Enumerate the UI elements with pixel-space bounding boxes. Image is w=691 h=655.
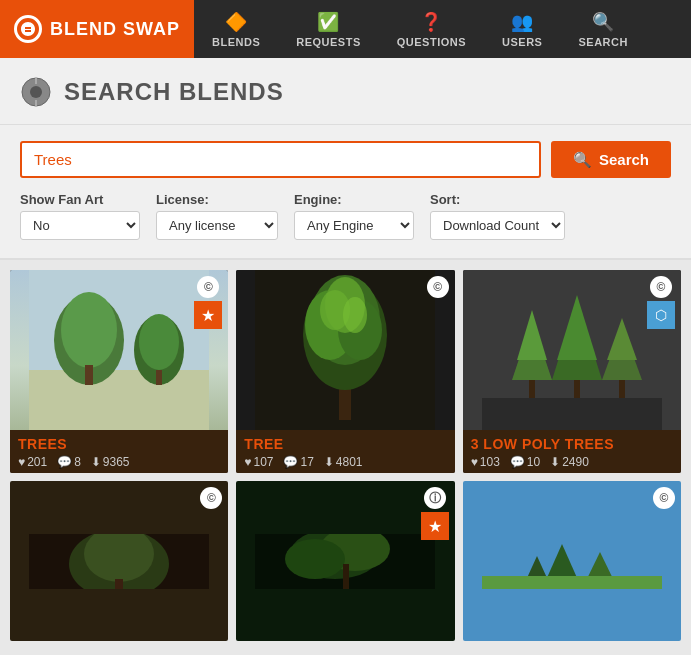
- heart-icon: ♥: [18, 455, 25, 469]
- nav-item-requests[interactable]: ✅ REQUESTS: [278, 0, 379, 58]
- blends-icon: 🔶: [225, 11, 248, 33]
- cc-icon-4: ©: [200, 487, 222, 509]
- svg-point-39: [285, 539, 345, 579]
- nav-label-requests: REQUESTS: [296, 36, 361, 48]
- nav-item-blends[interactable]: 🔶 BLENDS: [194, 0, 278, 58]
- lowpoly-likes: ♥ 103: [471, 455, 500, 469]
- nav-item-users[interactable]: 👥 USERS: [484, 0, 560, 58]
- comment-icon: 💬: [57, 455, 72, 469]
- logo[interactable]: BLEND SWAP: [0, 0, 194, 58]
- svg-rect-30: [619, 380, 625, 400]
- card-lowpoly-title: 3 LOW POLY TREES: [471, 436, 673, 452]
- tree-downloads: ⬇ 4801: [324, 455, 363, 469]
- svg-rect-24: [529, 380, 535, 400]
- filters-row: Show Fan Art No Yes License: Any license…: [20, 192, 671, 240]
- card-trees-footer: TREES ♥ 201 💬 8 ⬇ 9365: [10, 430, 228, 473]
- filter-fan-art: Show Fan Art No Yes: [20, 192, 140, 240]
- download-icon-2: ⬇: [324, 455, 334, 469]
- nav-item-questions[interactable]: ❓ QUESTIONS: [379, 0, 484, 58]
- card-trees-title: TREES: [18, 436, 220, 452]
- card-tree-icons: ©: [427, 276, 449, 298]
- trees-likes: ♥ 201: [18, 455, 47, 469]
- comment-icon-3: 💬: [510, 455, 525, 469]
- card-6[interactable]: ©: [463, 481, 681, 641]
- license-label: License:: [156, 192, 278, 207]
- svg-rect-11: [156, 370, 162, 385]
- top-nav: BLEND SWAP 🔶 BLENDS ✅ REQUESTS ❓ QUESTIO…: [0, 0, 691, 58]
- nav-label-blends: BLENDS: [212, 36, 260, 48]
- card-4[interactable]: ©: [10, 481, 228, 641]
- cc-icon-6: ©: [653, 487, 675, 509]
- engine-select[interactable]: Any Engine Cycles EEVEE: [294, 211, 414, 240]
- card-tree-footer: TREE ♥ 107 💬 17 ⬇ 4801: [236, 430, 454, 473]
- svg-point-20: [343, 297, 367, 333]
- filter-sort: Sort: Download Count Date Title Likes: [430, 192, 565, 240]
- svg-rect-35: [115, 579, 123, 589]
- card-lowpoly-stats: ♥ 103 💬 10 ⬇ 2490: [471, 455, 673, 469]
- card-5-icons: ⓘ ★: [421, 487, 449, 540]
- svg-rect-31: [482, 398, 662, 430]
- card-6-icons: ©: [653, 487, 675, 509]
- comment-icon-2: 💬: [283, 455, 298, 469]
- search-btn-label: Search: [599, 151, 649, 168]
- nav-label-questions: QUESTIONS: [397, 36, 466, 48]
- heart-icon-3: ♥: [471, 455, 478, 469]
- svg-point-7: [61, 292, 117, 368]
- sort-select[interactable]: Download Count Date Title Likes: [430, 211, 565, 240]
- filter-license: License: Any license CC-BY CC-BY-SA Publ…: [156, 192, 278, 240]
- questions-icon: ❓: [420, 11, 443, 33]
- fan-art-select[interactable]: No Yes: [20, 211, 140, 240]
- card-tree-title: TREE: [244, 436, 446, 452]
- svg-point-10: [139, 314, 179, 370]
- nav-item-search[interactable]: 🔍 SEARCH: [560, 0, 645, 58]
- trees-comments: 💬 8: [57, 455, 81, 469]
- lowpoly-comments: 💬 10: [510, 455, 540, 469]
- card-trees-stats: ♥ 201 💬 8 ⬇ 9365: [18, 455, 220, 469]
- svg-point-1: [30, 86, 42, 98]
- search-input[interactable]: [20, 141, 541, 178]
- card-trees[interactable]: © ★ TREES ♥ 201 💬 8 ⬇ 9365: [10, 270, 228, 473]
- card-trees-icons: © ★: [194, 276, 222, 329]
- nav-label-users: USERS: [502, 36, 542, 48]
- cards-grid: © ★ TREES ♥ 201 💬 8 ⬇ 9365: [10, 270, 681, 641]
- card-lowpoly-icons: © ⬡: [647, 276, 675, 329]
- svg-rect-5: [29, 370, 209, 430]
- search-area: 🔍 Search Show Fan Art No Yes License: An…: [0, 125, 691, 260]
- card-lowpoly-footer: 3 LOW POLY TREES ♥ 103 💬 10 ⬇ 2490: [463, 430, 681, 473]
- card-tree[interactable]: © TREE ♥ 107 💬 17 ⬇ 4801: [236, 270, 454, 473]
- lowpoly-downloads: ⬇ 2490: [550, 455, 589, 469]
- card-4-image: [10, 481, 228, 641]
- trees-downloads: ⬇ 9365: [91, 455, 130, 469]
- cc-icon-2: ©: [427, 276, 449, 298]
- requests-icon: ✅: [317, 11, 340, 33]
- star-badge: ★: [194, 301, 222, 329]
- search-nav-icon: 🔍: [592, 11, 615, 33]
- heart-icon-2: ♥: [244, 455, 251, 469]
- page-header: SEARCH BLENDS: [0, 58, 691, 125]
- svg-rect-8: [85, 365, 93, 385]
- nav-items: 🔶 BLENDS ✅ REQUESTS ❓ QUESTIONS 👥 USERS …: [194, 0, 691, 58]
- engine-label: Engine:: [294, 192, 414, 207]
- logo-icon: [14, 15, 42, 43]
- download-icon: ⬇: [91, 455, 101, 469]
- card-tree-image: [236, 270, 454, 430]
- grid-area: © ★ TREES ♥ 201 💬 8 ⬇ 9365: [0, 260, 691, 641]
- search-row: 🔍 Search: [20, 141, 671, 178]
- info-icon: ⓘ: [424, 487, 446, 509]
- tree-likes: ♥ 107: [244, 455, 273, 469]
- search-button[interactable]: 🔍 Search: [551, 141, 671, 178]
- users-icon: 👥: [511, 11, 534, 33]
- nav-label-search: SEARCH: [578, 36, 627, 48]
- card-5[interactable]: ⓘ ★: [236, 481, 454, 641]
- svg-rect-40: [343, 564, 349, 589]
- card-lowpoly[interactable]: © ⬡ 3 LOW POLY TREES ♥ 103 💬 10 ⬇: [463, 270, 681, 473]
- logo-text: BLEND SWAP: [50, 19, 180, 40]
- svg-rect-27: [574, 380, 580, 400]
- license-select[interactable]: Any license CC-BY CC-BY-SA Public Domain: [156, 211, 278, 240]
- sort-label: Sort:: [430, 192, 565, 207]
- card-tree-stats: ♥ 107 💬 17 ⬇ 4801: [244, 455, 446, 469]
- blender-logo-icon: [20, 76, 52, 108]
- star-badge-5: ★: [421, 512, 449, 540]
- cube-badge: ⬡: [647, 301, 675, 329]
- card-6-image: [463, 481, 681, 641]
